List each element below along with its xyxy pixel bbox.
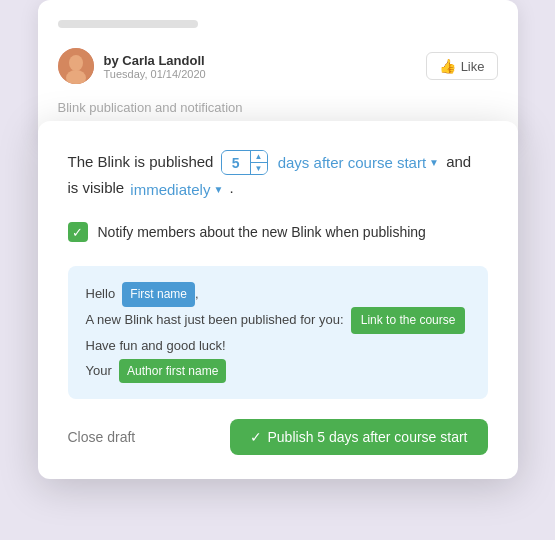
modal-card: The Blink is published 5 ▲ ▼ days after … [38, 121, 518, 480]
notify-row: ✓ Notify members about the new Blink whe… [68, 222, 488, 242]
period-text: . [229, 179, 233, 196]
spinner-buttons[interactable]: ▲ ▼ [250, 151, 267, 174]
close-draft-button[interactable]: Close draft [68, 429, 136, 445]
publish-check-icon: ✓ [250, 429, 262, 445]
checkmark-icon: ✓ [72, 225, 83, 240]
email-line4: Your Author first name [86, 359, 470, 384]
hello-text: Hello [86, 286, 116, 301]
email-line2: A new Blink hast just been published for… [86, 307, 470, 334]
like-button[interactable]: 👍 Like [426, 52, 498, 80]
immediately-arrow-icon: ▼ [213, 181, 223, 198]
visible-label: is visible [68, 179, 125, 196]
avatar [58, 48, 94, 84]
spinner-up[interactable]: ▲ [251, 151, 267, 163]
author-info: by Carla Landoll Tuesday, 01/14/2020 [58, 48, 206, 84]
email-line3: Have fun and good luck! [86, 334, 470, 359]
email-preview: Hello First name, A new Blink hast just … [68, 266, 488, 399]
days-spinner[interactable]: 5 ▲ ▼ [221, 150, 268, 175]
dropdown-arrow-icon: ▼ [429, 154, 439, 171]
top-bar [58, 20, 198, 28]
like-icon: 👍 [439, 58, 456, 74]
publish-sentence: The Blink is published 5 ▲ ▼ days after … [68, 149, 488, 203]
first-name-tag: First name [122, 282, 195, 307]
days-input[interactable]: 5 [222, 153, 250, 173]
blink-label: Blink publication and notification [58, 100, 498, 115]
author-first-name-tag: Author first name [119, 359, 226, 384]
author-details: by Carla Landoll Tuesday, 01/14/2020 [104, 53, 206, 80]
svg-point-1 [69, 55, 83, 71]
connector-text: and [446, 153, 471, 170]
notify-text: Notify members about the new Blink when … [98, 224, 426, 240]
immediately-dropdown[interactable]: immediately ▼ [130, 177, 223, 203]
publish-button[interactable]: ✓ Publish 5 days after course start [230, 419, 488, 455]
author-row: by Carla Landoll Tuesday, 01/14/2020 👍 L… [58, 48, 498, 84]
spinner-down[interactable]: ▼ [251, 163, 267, 174]
notify-checkbox[interactable]: ✓ [68, 222, 88, 242]
email-line1: Hello First name, [86, 282, 470, 307]
link-to-course-tag: Link to the course [351, 307, 466, 334]
footer-row: Close draft ✓ Publish 5 days after cours… [68, 419, 488, 455]
days-after-dropdown[interactable]: days after course start ▼ [278, 150, 439, 176]
sentence-part1: The Blink is published [68, 153, 214, 170]
author-date: Tuesday, 01/14/2020 [104, 68, 206, 80]
author-name: by Carla Landoll [104, 53, 206, 68]
